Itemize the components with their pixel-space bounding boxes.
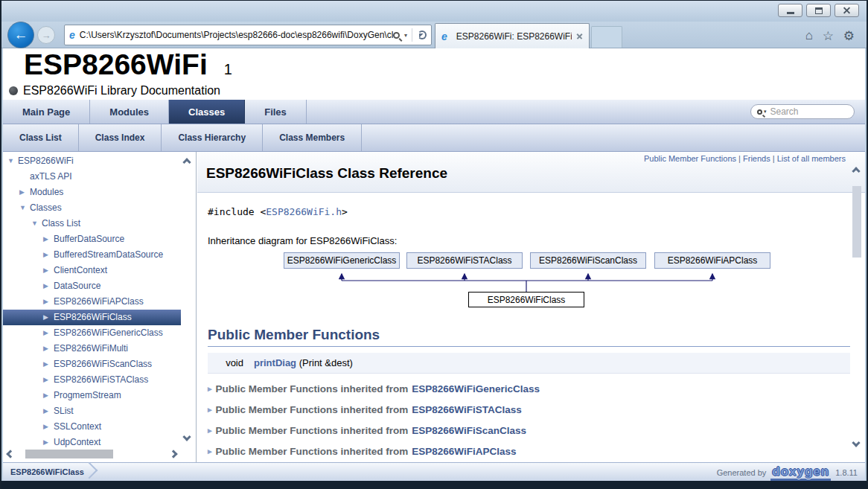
scroll-up-icon[interactable] <box>182 158 191 166</box>
tree-closed-arrow-icon[interactable]: ▶ <box>43 278 54 294</box>
browser-tab[interactable]: e ESP8266WiFi: ESP8266WiFi... <box>435 23 590 48</box>
tree-item-progmemstream[interactable]: ▶ProgmemStream <box>3 388 181 403</box>
tree-open-arrow-icon[interactable]: ▼ <box>7 153 18 169</box>
scrollbar-thumb[interactable] <box>25 450 113 458</box>
scroll-down-icon[interactable] <box>182 432 191 441</box>
tree-item-modules[interactable]: ▶Modules <box>3 185 181 200</box>
expand-arrow-icon[interactable]: ▸ <box>208 405 212 415</box>
minimize-button[interactable] <box>778 4 802 17</box>
search-dropdown-icon[interactable]: ▾ <box>764 109 767 115</box>
tree-open-arrow-icon[interactable]: ▼ <box>31 216 42 231</box>
search-input[interactable] <box>770 106 837 117</box>
tree-closed-arrow-icon[interactable]: ▶ <box>43 325 54 341</box>
inheritance-box-parent[interactable]: ESP8266WiFiSTAClass <box>406 252 523 269</box>
tree-closed-arrow-icon[interactable]: ▶ <box>43 231 54 247</box>
tree-item-esp8266wifigenericclass[interactable]: ▶ESP8266WiFiGenericClass <box>3 325 181 341</box>
tree-closed-arrow-icon[interactable]: ▶ <box>19 185 30 200</box>
tree-closed-arrow-icon[interactable]: ▶ <box>43 247 54 263</box>
tab-close-icon[interactable] <box>576 33 583 39</box>
expand-arrow-icon[interactable]: ▸ <box>208 447 212 456</box>
tab-classes[interactable]: Classes <box>169 100 245 124</box>
tree-closed-arrow-icon[interactable]: ▶ <box>43 419 54 435</box>
tree-item-esp8266wificlass[interactable]: ▶ESP8266WiFiClass <box>3 310 181 325</box>
nav-path-footer: ESP8266WiFiClass Generated by doxygen 1.… <box>3 462 865 482</box>
tree-closed-arrow-icon[interactable]: ▶ <box>43 372 54 388</box>
inherited-section[interactable]: ▸Public Member Functions inherited fromE… <box>208 446 850 457</box>
tree-item-axtls api[interactable]: axTLS API <box>3 169 181 185</box>
scrollbar-thumb[interactable] <box>852 186 861 258</box>
expand-arrow-icon[interactable]: ▸ <box>208 384 212 394</box>
favorites-star-icon[interactable]: ☆ <box>823 28 834 44</box>
tree-closed-arrow-icon[interactable]: ▶ <box>43 403 54 419</box>
settings-gear-icon[interactable]: ⚙ <box>843 28 855 44</box>
tree-item-esp8266wifimulti[interactable]: ▶ESP8266WiFiMulti <box>3 341 181 357</box>
summary-link[interactable]: Friends <box>743 154 770 163</box>
tree-item-bufferedstreamdatasource[interactable]: ▶BufferedStreamDataSource <box>3 247 181 263</box>
inherited-section[interactable]: ▸Public Member Functions inherited fromE… <box>208 404 850 415</box>
breadcrumb[interactable]: ESP8266WiFiClass <box>10 467 84 476</box>
home-icon[interactable]: ⌂ <box>805 28 813 43</box>
inherited-section[interactable]: ▸Public Member Functions inherited fromE… <box>208 425 850 436</box>
expand-arrow-icon[interactable]: ▸ <box>208 426 212 435</box>
close-button[interactable] <box>835 4 859 17</box>
subtab-class-index[interactable]: Class Index <box>79 124 162 151</box>
tree-closed-arrow-icon[interactable]: ▶ <box>43 263 54 278</box>
inheritance-box-parent[interactable]: ESP8266WiFiAPClass <box>654 252 770 269</box>
tree-closed-arrow-icon[interactable]: ▶ <box>43 294 54 310</box>
tree-item-esp8266wifiscanclass[interactable]: ▶ESP8266WiFiScanClass <box>3 357 181 372</box>
scroll-left-icon[interactable] <box>6 450 14 458</box>
back-button[interactable]: ← <box>7 22 34 48</box>
tree-item-esp8266wifiapclass[interactable]: ▶ESP8266WiFiAPClass <box>3 294 181 310</box>
tab-modules[interactable]: Modules <box>90 100 169 124</box>
tree-item-bufferdatasource[interactable]: ▶BufferDataSource <box>3 231 181 247</box>
maximize-button[interactable] <box>806 4 831 17</box>
subtab-class-list[interactable]: Class List <box>3 124 79 151</box>
include-file-link[interactable]: ESP8266WiFi.h <box>266 206 342 217</box>
tab-files[interactable]: Files <box>245 100 307 124</box>
summary-link[interactable]: List of all members <box>777 154 846 163</box>
summary-link[interactable]: Public Member Functions <box>644 154 736 163</box>
sidebar-vertical-scrollbar[interactable] <box>182 156 194 443</box>
inherited-class-link[interactable]: ESP8266WiFiGenericClass <box>412 383 540 394</box>
tree-closed-arrow-icon[interactable]: ▶ <box>43 310 54 325</box>
address-dropdown-icon[interactable]: ▾ <box>404 32 407 39</box>
forward-button[interactable]: → <box>37 26 55 44</box>
inherited-class-link[interactable]: ESP8266WiFiAPClass <box>412 446 516 457</box>
inherited-section[interactable]: ▸Public Member Functions inherited fromE… <box>208 383 850 394</box>
tree-item-clientcontext[interactable]: ▶ClientContext <box>3 263 181 278</box>
address-bar[interactable]: e C:\Users\Krzysztof\Documents\Projects\… <box>64 25 432 45</box>
tree-item-label: BufferDataSource <box>54 231 124 247</box>
scroll-right-icon[interactable] <box>169 450 177 458</box>
inherited-class-link[interactable]: ESP8266WiFiScanClass <box>412 425 526 436</box>
refresh-icon[interactable] <box>418 31 427 39</box>
doxygen-logo[interactable]: doxygen <box>770 465 831 481</box>
content-vertical-scrollbar[interactable] <box>851 156 863 458</box>
tree-item-esp8266wifistaclass[interactable]: ▶ESP8266WiFiSTAClass <box>3 372 181 388</box>
tree-item-esp8266wifi[interactable]: ▼ESP8266WiFi <box>3 153 181 169</box>
tab-main-page[interactable]: Main Page <box>3 100 90 124</box>
scroll-down-icon[interactable] <box>852 438 860 447</box>
inheritance-box-parent[interactable]: ESP8266WiFiScanClass <box>530 252 646 269</box>
new-tab-stub[interactable] <box>591 26 622 48</box>
tree-closed-arrow-icon[interactable]: ▶ <box>43 388 54 403</box>
tree-item-slist[interactable]: ▶SList <box>3 403 181 419</box>
address-search-icon[interactable] <box>393 32 400 39</box>
tree-closed-arrow-icon[interactable]: ▶ <box>43 341 54 357</box>
tree-closed-arrow-icon[interactable]: ▶ <box>43 357 54 372</box>
subtab-class-members[interactable]: Class Members <box>263 124 362 151</box>
tree-item-datasource[interactable]: ▶DataSource <box>3 278 181 294</box>
tree-item-classes[interactable]: ▼Classes <box>3 200 181 216</box>
scroll-up-icon[interactable] <box>852 167 860 175</box>
tree-open-arrow-icon[interactable]: ▼ <box>19 200 30 216</box>
search-box[interactable]: ▾ <box>750 104 855 119</box>
subtab-class-hierarchy[interactable]: Class Hierarchy <box>162 124 263 151</box>
address-text[interactable]: C:\Users\Krzysztof\Documents\Projects\es… <box>80 30 393 40</box>
inherited-class-link[interactable]: ESP8266WiFiSTAClass <box>412 404 521 415</box>
inheritance-box-parent[interactable]: ESP8266WiFiGenericClass <box>284 252 400 269</box>
title-bar[interactable] <box>1 1 867 22</box>
inheritance-box-child[interactable]: ESP8266WiFiClass <box>468 292 584 307</box>
sidebar-horizontal-scrollbar[interactable] <box>6 448 178 460</box>
tree-item-sslcontext[interactable]: ▶SSLContext <box>3 419 181 435</box>
member-name-link[interactable]: printDiag <box>254 357 296 368</box>
tree-item-class list[interactable]: ▼Class List <box>3 216 181 231</box>
